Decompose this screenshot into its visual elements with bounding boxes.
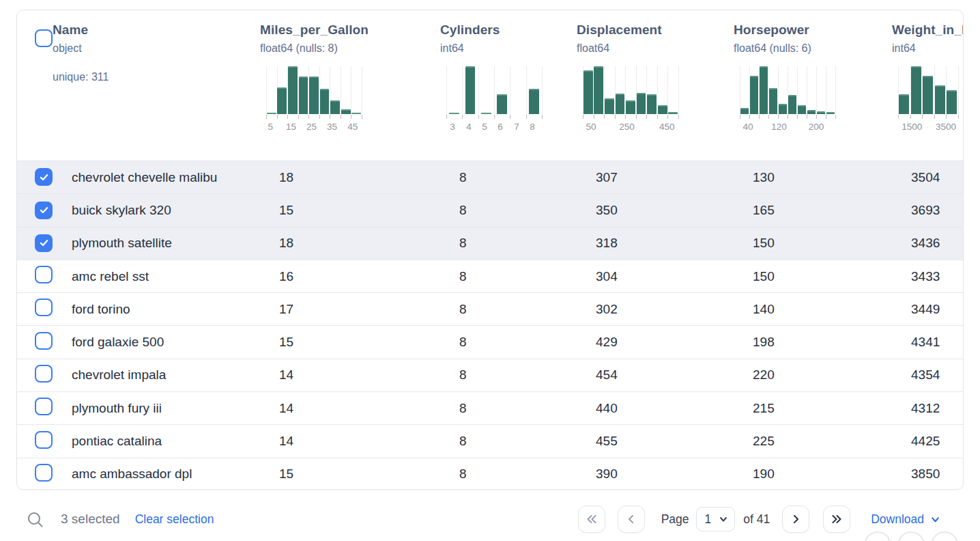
cell-horsepower: 215 xyxy=(753,401,911,416)
hist-bar xyxy=(616,94,625,114)
next-page-button[interactable] xyxy=(782,505,809,533)
cell-displacement: 304 xyxy=(596,269,753,284)
cell-miles_per_gallon: 18 xyxy=(279,170,459,185)
histogram-gridline xyxy=(446,66,447,114)
cell-displacement: 307 xyxy=(596,170,753,185)
histogram-gridline xyxy=(807,66,807,114)
table-row[interactable]: plymouth satellite1883181503436 xyxy=(17,227,963,260)
first-page-button[interactable] xyxy=(578,505,605,533)
cell-name: chevrolet chevelle malibu xyxy=(72,170,279,185)
axis-tick xyxy=(816,115,817,119)
hist-bar xyxy=(658,105,667,114)
row-checkbox[interactable] xyxy=(35,202,53,219)
cell-miles_per_gallon: 18 xyxy=(279,236,459,251)
row-checkbox[interactable] xyxy=(35,398,53,415)
footer-left: 3 selected Clear selection xyxy=(26,510,214,529)
column-title[interactable]: Weight_in_lbs xyxy=(892,23,964,38)
axis-tick xyxy=(740,115,740,119)
cell-cylinders: 8 xyxy=(459,434,596,449)
row-checkbox-cell xyxy=(17,168,72,186)
histogram-horsepower[interactable]: 40120200 xyxy=(740,66,835,133)
hist-bar xyxy=(740,108,749,114)
histogram-plot[interactable] xyxy=(583,66,678,114)
axis-tick xyxy=(749,115,750,119)
cell-name: plymouth fury iii xyxy=(72,401,279,416)
histogram-cylinders[interactable]: 345678 xyxy=(446,66,542,133)
page-label: Page xyxy=(661,512,689,527)
table-row[interactable]: chevrolet chevelle malibu1883071303504 xyxy=(17,161,963,193)
histogram-plot[interactable] xyxy=(446,66,542,114)
axis-tick-label: 40 xyxy=(743,122,753,132)
row-checkbox[interactable] xyxy=(35,365,53,383)
column-title[interactable]: Displacement xyxy=(577,23,734,38)
axis-tick xyxy=(351,115,351,119)
cell-displacement: 318 xyxy=(596,236,753,251)
histogram-plot[interactable] xyxy=(266,66,362,114)
table-body: chevrolet chevelle malibu1883071303504bu… xyxy=(17,161,963,490)
cell-weight: 3504 xyxy=(911,170,964,185)
column-title[interactable]: Name xyxy=(53,23,260,38)
histogram-tick-labels: 345678 xyxy=(446,120,542,133)
histogram-plot[interactable] xyxy=(740,66,835,114)
hist-bar xyxy=(923,76,933,114)
download-button[interactable]: Download xyxy=(871,512,940,527)
table-row[interactable]: plymouth fury iii1484402154312 xyxy=(17,391,963,424)
table-row[interactable]: buick skylark 3201583501653693 xyxy=(17,193,963,226)
cell-miles_per_gallon: 17 xyxy=(279,302,459,317)
row-checkbox[interactable] xyxy=(35,266,53,283)
axis-tick xyxy=(298,115,299,119)
cell-weight: 4425 xyxy=(911,434,964,449)
histogram-gridline xyxy=(494,66,495,114)
histogram-miles_per_gallon[interactable]: 515253545 xyxy=(266,66,362,133)
histogram-gridline xyxy=(816,66,817,114)
hist-bar xyxy=(309,77,319,114)
table-row[interactable]: amc ambassador dpl1583901903850 xyxy=(17,458,963,490)
axis-tick xyxy=(835,115,836,119)
row-checkbox[interactable] xyxy=(35,168,53,186)
histogram-plot[interactable] xyxy=(898,66,964,114)
histogram-tick-labels: 50250450 xyxy=(583,120,678,133)
hist-bar xyxy=(605,98,614,114)
table-header: Nameobjectunique: 311Miles_per_Gallonflo… xyxy=(17,10,963,161)
column-header-weight: Weight_in_lbsint6415003500 xyxy=(892,10,964,161)
cell-weight: 3433 xyxy=(911,269,964,284)
table-row[interactable]: chevrolet impala1484542204354 xyxy=(17,359,963,391)
axis-tick-label: 4 xyxy=(466,122,472,132)
column-title[interactable]: Horsepower xyxy=(734,23,892,38)
axis-tick xyxy=(910,115,911,119)
histogram-gridline xyxy=(526,66,527,114)
row-checkbox[interactable] xyxy=(35,332,53,350)
axis-tick xyxy=(330,115,330,119)
search-icon[interactable] xyxy=(26,510,44,529)
table-row[interactable]: amc rebel sst1683041503433 xyxy=(17,260,963,292)
row-checkbox[interactable] xyxy=(35,299,53,316)
row-checkbox[interactable] xyxy=(35,464,53,482)
table-row[interactable]: ford torino1783021403449 xyxy=(17,292,963,325)
cell-displacement: 440 xyxy=(596,401,753,416)
histogram-weight[interactable]: 15003500 xyxy=(898,66,964,133)
axis-tick xyxy=(362,115,362,119)
clear-selection-link[interactable]: Clear selection xyxy=(135,512,214,527)
axis-tick-label: 200 xyxy=(809,122,824,132)
page-select[interactable]: 1 xyxy=(696,507,736,531)
cell-miles_per_gallon: 14 xyxy=(279,401,459,416)
prev-page-button[interactable] xyxy=(618,505,645,533)
axis-tick xyxy=(319,115,320,119)
row-checkbox-cell xyxy=(17,266,72,287)
histogram-displacement[interactable]: 50250450 xyxy=(583,66,678,133)
column-header-name: Nameobjectunique: 311 xyxy=(53,10,260,161)
cell-miles_per_gallon: 15 xyxy=(279,203,459,218)
last-page-button[interactable] xyxy=(823,505,850,533)
cell-weight: 3693 xyxy=(911,203,964,218)
row-checkbox[interactable] xyxy=(35,431,53,449)
column-title[interactable]: Miles_per_Gallon xyxy=(260,23,440,38)
page-count-label: of 41 xyxy=(743,512,770,527)
column-title[interactable]: Cylinders xyxy=(440,23,577,38)
table-row[interactable]: pontiac catalina1484552254425 xyxy=(17,424,963,457)
row-checkbox[interactable] xyxy=(35,234,53,252)
axis-tick xyxy=(594,115,594,119)
column-dtype: float64 (nulls: 6) xyxy=(734,42,892,55)
table-row[interactable]: ford galaxie 5001584291984341 xyxy=(17,325,963,358)
select-all-checkbox[interactable] xyxy=(35,29,53,47)
axis-tick xyxy=(667,115,668,119)
